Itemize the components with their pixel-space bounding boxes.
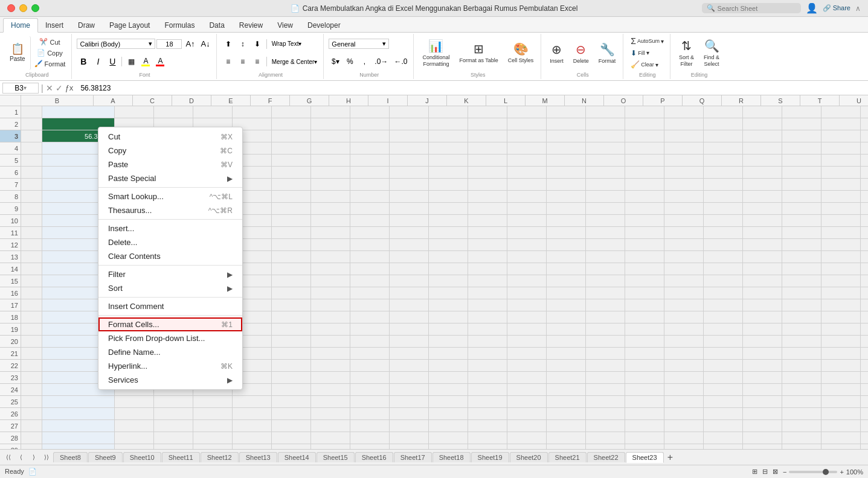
cell-S2[interactable] bbox=[743, 118, 782, 130]
cell-J27[interactable] bbox=[390, 420, 429, 432]
cell-M20[interactable] bbox=[507, 336, 547, 348]
cell-T9[interactable] bbox=[782, 203, 821, 215]
cell-S20[interactable] bbox=[743, 336, 782, 348]
cell-Q20[interactable] bbox=[664, 336, 704, 348]
cell-M29[interactable] bbox=[507, 444, 547, 449]
cell-N13[interactable] bbox=[547, 251, 586, 263]
cell-A24[interactable] bbox=[21, 384, 42, 396]
cell-I10[interactable] bbox=[350, 215, 390, 227]
cell-R13[interactable] bbox=[704, 251, 743, 263]
cell-V25[interactable] bbox=[861, 396, 868, 408]
cell-S28[interactable] bbox=[743, 432, 782, 444]
cell-J16[interactable] bbox=[390, 287, 429, 299]
cell-A5[interactable] bbox=[21, 155, 42, 167]
cell-A23[interactable] bbox=[21, 372, 42, 384]
format-painter-button[interactable]: 🖌️ Format bbox=[32, 59, 68, 69]
cell-M23[interactable] bbox=[507, 372, 547, 384]
cell-V7[interactable] bbox=[861, 179, 868, 191]
cell-H6[interactable] bbox=[311, 167, 350, 179]
cell-A14[interactable] bbox=[21, 263, 42, 275]
cell-V8[interactable] bbox=[861, 191, 868, 203]
cell-E1[interactable] bbox=[193, 106, 233, 118]
cell-G3[interactable] bbox=[272, 130, 311, 142]
cell-H21[interactable] bbox=[311, 348, 350, 360]
cell-G28[interactable] bbox=[272, 432, 311, 444]
cell-M26[interactable] bbox=[507, 408, 547, 420]
cell-U6[interactable] bbox=[821, 167, 861, 179]
cell-P15[interactable] bbox=[625, 275, 664, 287]
cell-P9[interactable] bbox=[625, 203, 664, 215]
cell-V1[interactable] bbox=[861, 106, 868, 118]
search-input[interactable] bbox=[718, 5, 796, 12]
cell-V20[interactable] bbox=[861, 336, 868, 348]
cell-D27[interactable] bbox=[154, 420, 193, 432]
tab-formulas[interactable]: Formulas bbox=[157, 19, 202, 32]
cell-G13[interactable] bbox=[272, 251, 311, 263]
cell-Q8[interactable] bbox=[664, 191, 704, 203]
cell-R21[interactable] bbox=[704, 348, 743, 360]
dollar-btn[interactable]: $▾ bbox=[329, 56, 342, 67]
cell-O27[interactable] bbox=[586, 420, 625, 432]
cell-D29[interactable] bbox=[154, 444, 193, 449]
menu-item-format-cells---[interactable]: Format Cells...⌘1 bbox=[98, 317, 242, 331]
cell-P22[interactable] bbox=[625, 360, 664, 372]
cell-O19[interactable] bbox=[586, 323, 625, 336]
cell-L22[interactable] bbox=[468, 360, 507, 372]
cell-N11[interactable] bbox=[547, 227, 586, 239]
cell-N6[interactable] bbox=[547, 167, 586, 179]
cell-T26[interactable] bbox=[782, 408, 821, 420]
cell-S27[interactable] bbox=[743, 420, 782, 432]
cell-C26[interactable] bbox=[115, 408, 154, 420]
cell-K4[interactable] bbox=[429, 142, 468, 155]
close-btn[interactable] bbox=[7, 4, 15, 12]
cell-P2[interactable] bbox=[625, 118, 664, 130]
cell-L2[interactable] bbox=[468, 118, 507, 130]
cell-I2[interactable] bbox=[350, 118, 390, 130]
cell-U13[interactable] bbox=[821, 251, 861, 263]
cell-U11[interactable] bbox=[821, 227, 861, 239]
cell-P25[interactable] bbox=[625, 396, 664, 408]
cell-M28[interactable] bbox=[507, 432, 547, 444]
cell-K26[interactable] bbox=[429, 408, 468, 420]
cell-T28[interactable] bbox=[782, 432, 821, 444]
cell-E26[interactable] bbox=[193, 408, 233, 420]
fill-btn[interactable]: ⬇ Fill ▾ bbox=[628, 48, 652, 59]
cell-J4[interactable] bbox=[390, 142, 429, 155]
cell-K28[interactable] bbox=[429, 432, 468, 444]
cell-H29[interactable] bbox=[311, 444, 350, 449]
cell-N27[interactable] bbox=[547, 420, 586, 432]
cell-S13[interactable] bbox=[743, 251, 782, 263]
cell-N19[interactable] bbox=[547, 323, 586, 336]
cell-L20[interactable] bbox=[468, 336, 507, 348]
cell-R18[interactable] bbox=[704, 311, 743, 323]
cell-R26[interactable] bbox=[704, 408, 743, 420]
autosum-btn[interactable]: Σ AutoSum ▾ bbox=[628, 35, 666, 47]
sheet-tab-sheet18[interactable]: Sheet18 bbox=[432, 452, 471, 462]
font-name-dropdown[interactable]: Calibri (Body) ▾ bbox=[77, 39, 155, 49]
cell-T19[interactable] bbox=[782, 323, 821, 336]
cell-J28[interactable] bbox=[390, 432, 429, 444]
cell-R1[interactable] bbox=[704, 106, 743, 118]
cell-G12[interactable] bbox=[272, 239, 311, 251]
cell-P13[interactable] bbox=[625, 251, 664, 263]
cell-J7[interactable] bbox=[390, 179, 429, 191]
font-size-decrease-btn[interactable]: A↓ bbox=[199, 38, 213, 49]
cell-G14[interactable] bbox=[272, 263, 311, 275]
tab-review[interactable]: Review bbox=[232, 19, 270, 32]
cell-T8[interactable] bbox=[782, 191, 821, 203]
cell-L17[interactable] bbox=[468, 299, 507, 311]
cell-R23[interactable] bbox=[704, 372, 743, 384]
cell-I25[interactable] bbox=[350, 396, 390, 408]
cell-P6[interactable] bbox=[625, 167, 664, 179]
bold-button[interactable]: B bbox=[77, 56, 90, 68]
cell-G9[interactable] bbox=[272, 203, 311, 215]
confirm-formula-icon[interactable]: ✓ bbox=[56, 83, 63, 93]
cell-O15[interactable] bbox=[586, 275, 625, 287]
cell-H28[interactable] bbox=[311, 432, 350, 444]
insert-btn[interactable]: ⊕ Insert bbox=[546, 36, 567, 70]
cell-B28[interactable] bbox=[42, 432, 115, 444]
cell-B1[interactable] bbox=[42, 106, 115, 118]
cell-N3[interactable] bbox=[547, 130, 586, 142]
menu-item-insert-comment[interactable]: Insert Comment bbox=[98, 299, 242, 313]
cell-K18[interactable] bbox=[429, 311, 468, 323]
